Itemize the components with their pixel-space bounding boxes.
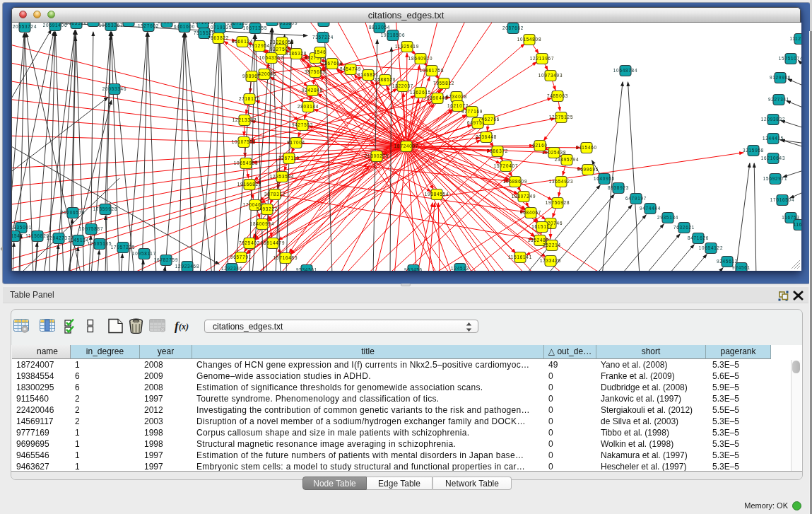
svg-text:924561: 924561	[732, 265, 751, 270]
svg-text:7515525: 7515525	[194, 30, 215, 35]
svg-text:6479197: 6479197	[625, 196, 647, 201]
svg-text:15692971: 15692971	[763, 176, 787, 181]
svg-text:3875685: 3875685	[305, 69, 326, 74]
svg-text:7663822: 7663822	[208, 35, 229, 40]
svg-text:10543362: 10543362	[259, 55, 283, 60]
svg-text:7357224: 7357224	[312, 35, 334, 40]
svg-text:1615112: 1615112	[531, 224, 553, 229]
svg-text:9242848: 9242848	[302, 88, 323, 93]
svg-text:16782759: 16782759	[154, 257, 178, 262]
svg-text:10671355: 10671355	[243, 25, 267, 30]
svg-text:7485063: 7485063	[547, 93, 568, 98]
svg-text:18724007: 18724007	[394, 144, 418, 148]
svg-text:20053346: 20053346	[102, 86, 126, 91]
svg-text:5493222: 5493222	[257, 206, 278, 211]
svg-text:9427552: 9427552	[292, 122, 313, 127]
svg-text:10958117: 10958117	[132, 251, 156, 256]
svg-text:17359928: 17359928	[93, 206, 117, 211]
svg-text:2867608: 2867608	[322, 61, 343, 66]
svg-text:10975887: 10975887	[79, 226, 103, 231]
svg-text:(x): (x)	[179, 322, 189, 332]
svg-text:10654983: 10654983	[234, 160, 258, 165]
svg-text:10154808: 10154808	[517, 37, 541, 42]
svg-text:12213363: 12213363	[233, 117, 257, 122]
svg-text:3215958: 3215958	[743, 148, 764, 153]
svg-text:991547: 991547	[12, 233, 23, 238]
svg-text:20691406: 20691406	[43, 23, 67, 28]
svg-text:2718170: 2718170	[239, 96, 260, 101]
svg-text:12923468: 12923468	[175, 264, 199, 269]
svg-text:19756928: 19756928	[546, 200, 570, 205]
svg-text:10653267: 10653267	[99, 23, 123, 28]
svg-text:19218506: 19218506	[381, 33, 405, 37]
svg-text:10961758: 10961758	[420, 68, 444, 73]
svg-text:9699695: 9699695	[577, 167, 599, 172]
svg-text:751552: 751552	[314, 23, 333, 23]
svg-text:9084067: 9084067	[520, 210, 541, 215]
svg-text:9146821: 9146821	[358, 72, 379, 77]
svg-text:3878312: 3878312	[264, 192, 286, 197]
svg-text:1527602: 1527602	[138, 23, 159, 28]
svg-text:908967: 908967	[242, 74, 261, 78]
svg-text:1546: 1546	[314, 49, 326, 54]
svg-text:12275125: 12275125	[549, 115, 573, 119]
svg-text:953456: 953456	[404, 267, 423, 271]
svg-text:13654923: 13654923	[549, 179, 573, 184]
svg-text:8454749: 8454749	[340, 66, 361, 71]
svg-text:16210643: 16210643	[761, 156, 785, 160]
svg-text:2087662: 2087662	[502, 25, 524, 30]
svg-text:2935134: 2935134	[657, 215, 678, 220]
svg-text:15720407: 15720407	[494, 163, 518, 168]
svg-text:18807249: 18807249	[512, 194, 536, 199]
svg-text:1621072: 1621072	[447, 103, 469, 108]
svg-text:3912954: 3912954	[249, 43, 270, 48]
svg-text:8990448: 8990448	[427, 95, 448, 100]
svg-text:10973493: 10973493	[539, 73, 563, 78]
svg-text:17957225: 17957225	[111, 245, 135, 250]
svg-text:10654122: 10654122	[699, 245, 723, 250]
svg-text:1112544: 1112544	[789, 36, 801, 41]
svg-text:17016504: 17016504	[770, 197, 794, 202]
svg-text:12942737: 12942737	[47, 235, 71, 240]
svg-text:18640910: 18640910	[408, 56, 433, 61]
svg-text:1733426: 1733426	[540, 258, 561, 263]
svg-text:1167: 1167	[794, 222, 801, 227]
svg-text:9115460: 9115460	[576, 145, 597, 150]
svg-text:26206576: 26206576	[61, 210, 85, 215]
svg-text:3267110: 3267110	[278, 156, 300, 160]
svg-text:23495794: 23495794	[555, 157, 579, 162]
svg-text:10688609: 10688609	[503, 179, 527, 184]
svg-text:8186328: 8186328	[286, 51, 307, 56]
svg-text:7625402: 7625402	[239, 240, 260, 245]
svg-text:16914479: 16914479	[261, 240, 285, 245]
svg-text:12505135: 12505135	[88, 241, 112, 246]
svg-text:9657791: 9657791	[230, 255, 252, 259]
svg-text:2803144: 2803144	[298, 104, 319, 109]
svg-text:18400994: 18400994	[250, 221, 274, 226]
svg-text:12353594: 12353594	[270, 174, 294, 179]
svg-text:11156829: 11156829	[25, 233, 49, 238]
svg-text:19166827: 19166827	[237, 182, 261, 187]
svg-text:1292346: 1292346	[221, 266, 242, 271]
svg-text:11325419: 11325419	[395, 44, 419, 49]
svg-text:252214: 252214	[543, 243, 561, 247]
svg-text:7386372: 7386372	[487, 148, 508, 153]
svg-text:124513: 124513	[451, 266, 469, 271]
svg-text:2036448: 2036448	[476, 134, 497, 139]
svg-text:1145134: 1145134	[68, 238, 89, 243]
svg-text:21300275: 21300275	[365, 153, 389, 158]
svg-text:1640955: 1640955	[594, 176, 615, 181]
svg-text:20553724: 20553724	[13, 24, 37, 29]
svg-text:1822037: 1822037	[392, 83, 413, 88]
svg-text:1835001: 1835001	[12, 225, 32, 230]
svg-text:12213967: 12213967	[530, 56, 554, 61]
svg-text:19384554: 19384554	[425, 192, 449, 197]
svg-text:10107554: 10107554	[232, 139, 256, 144]
svg-text:15751074: 15751074	[779, 56, 801, 61]
svg-text:9129986: 9129986	[770, 75, 791, 80]
svg-text:8471626: 8471626	[688, 235, 709, 240]
svg-text:8813054: 8813054	[369, 25, 390, 30]
svg-text:9245612: 9245612	[717, 259, 738, 264]
svg-text:12093832: 12093832	[761, 117, 785, 122]
svg-text:9474444: 9474444	[640, 206, 661, 211]
